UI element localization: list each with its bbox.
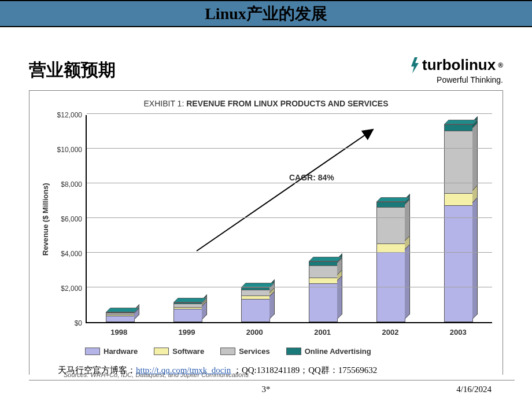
y-tick-label: $2,000: [61, 285, 82, 293]
x-tick-label: 2002: [370, 328, 411, 337]
title-bar: Linux产业的发展: [0, 0, 532, 27]
y-tick-label: $6,000: [61, 215, 82, 223]
cagr-annotation: CAGR: 84%: [289, 173, 334, 182]
legend-hardware: Hardware: [85, 347, 138, 356]
stacked-bar: [106, 312, 135, 322]
plot-area: CAGR: 84%: [86, 115, 492, 323]
brand-tagline: Powerful Thinking.: [409, 75, 503, 84]
x-tick-label: 1999: [167, 328, 207, 337]
bar-segment-services: [241, 290, 270, 297]
y-tick-label: $4,000: [61, 250, 82, 258]
x-tick-label: 2000: [234, 328, 275, 337]
footer-divider: [29, 380, 515, 380]
bar-segment-hardware: [309, 284, 338, 322]
bar-top-cap: [106, 308, 139, 312]
bar-top-cap: [173, 298, 207, 302]
gridline: [87, 252, 492, 253]
gridline: [87, 217, 492, 218]
legend-software: Software: [154, 347, 204, 356]
page-date: 4/16/2024: [456, 385, 492, 394]
y-tick-label: $10,000: [57, 146, 82, 154]
bar-top-cap: [376, 197, 410, 202]
bar-segment-hardware: [173, 309, 202, 323]
blog-link[interactable]: http://t.qq.com/tmxk_docin: [136, 365, 231, 375]
legend-online: Online Advertising: [286, 347, 371, 356]
bar-slot: [235, 287, 276, 322]
svg-marker-0: [411, 57, 419, 73]
x-tick-label: 1998: [99, 328, 139, 337]
bar-segment-services: [444, 131, 473, 194]
bar-segment-hardware: [106, 316, 135, 323]
stacked-bar: [376, 202, 405, 323]
page-number: 3*: [262, 385, 271, 394]
gridline: [87, 113, 492, 114]
brand-name: turbolinux: [422, 56, 496, 74]
bar-segment-services: [376, 208, 405, 244]
bar-slot: [100, 312, 141, 322]
bar-segment-services: [309, 266, 338, 278]
bar-segment-online: [309, 261, 338, 266]
y-tick-label: $8,000: [61, 180, 82, 189]
bar-segment-software: [444, 194, 473, 206]
brand-logo: turbolinux® Powerful Thinking.: [409, 56, 503, 84]
bar-segment-software: [376, 244, 405, 253]
bar-segment-hardware: [241, 300, 270, 322]
stacked-bar: [444, 124, 473, 322]
bar-segment-online: [444, 124, 473, 131]
chart-title: EXHIBIT 1: REVENUE FROM LINUX PRODUCTS A…: [40, 99, 492, 108]
x-tick-label: 2001: [302, 328, 343, 337]
chart-legend: Hardware Software Services Online Advert…: [85, 347, 492, 356]
bars-row: [87, 115, 492, 322]
footer-attribution: 天马行空官方博客：http://t.qq.com/tmxk_docin ；QQ:…: [58, 365, 377, 376]
bar-segment-hardware: [376, 253, 405, 322]
bar-slot: [168, 302, 208, 323]
stacked-bar: [173, 302, 202, 323]
legend-services: Services: [220, 347, 270, 356]
bar-top-cap: [309, 257, 342, 261]
chart-container: EXHIBIT 1: REVENUE FROM LINUX PRODUCTS A…: [29, 90, 503, 375]
lightning-icon: [409, 57, 420, 73]
stacked-bar: [241, 287, 270, 322]
bar-top-cap: [444, 120, 478, 124]
y-tick-label: $0: [75, 319, 82, 327]
bar-slot: [438, 124, 479, 322]
gridline: [87, 287, 492, 287]
section-heading: 营业额预期: [29, 58, 116, 82]
bar-slot: [371, 202, 411, 323]
stacked-bar: [309, 261, 338, 322]
bar-segment-software: [309, 278, 338, 285]
y-axis-ticks: $0$2,000$4,000$6,000$8,000$10,000$12,000: [51, 115, 86, 323]
gridline: [87, 183, 492, 183]
y-axis-label: Revenue ($ Millions): [40, 115, 51, 323]
x-axis-labels: 199819992000200120022003: [85, 328, 492, 337]
page-title: Linux产业的发展: [205, 3, 327, 25]
gridline: [87, 148, 492, 149]
bar-segment-hardware: [444, 206, 473, 322]
bar-segment-online: [376, 202, 405, 208]
y-tick-label: $12,000: [57, 111, 82, 119]
x-tick-label: 2003: [438, 328, 478, 337]
bar-slot: [303, 261, 343, 322]
